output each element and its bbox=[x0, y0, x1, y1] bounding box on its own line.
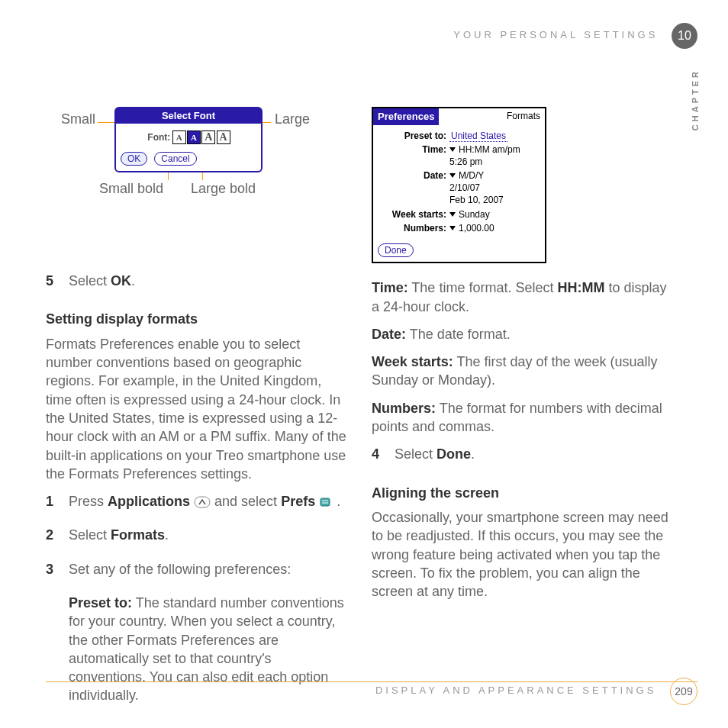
heading-aligning-screen: Aligning the screen bbox=[372, 484, 675, 502]
dropdown-icon[interactable] bbox=[449, 173, 456, 178]
step-3: 3 Set any of the following preferences: bbox=[46, 560, 349, 588]
applications-icon bbox=[194, 496, 211, 508]
font-option-large-bold[interactable]: A bbox=[217, 130, 230, 144]
dialog-tab[interactable]: Preferences bbox=[373, 108, 439, 125]
cancel-button[interactable]: Cancel bbox=[154, 152, 196, 166]
callout-large: Large bbox=[275, 110, 310, 128]
step-4: 4 Select Done. bbox=[372, 445, 675, 472]
preset-selector[interactable]: United States bbox=[449, 130, 507, 142]
step-5: 5 Select OK. bbox=[46, 272, 349, 299]
step-1: 1 Press Applications and select Prefs . bbox=[46, 492, 349, 520]
callout-small: Small bbox=[61, 110, 95, 128]
paragraph: Occasionally, your smartphone screen may… bbox=[372, 508, 675, 601]
page-header: YOUR PERSONAL SETTINGS 10 bbox=[0, 23, 697, 49]
prefs-icon bbox=[319, 497, 333, 507]
callout-large-bold: Large bold bbox=[191, 179, 256, 198]
chapter-side-label: CHAPTER bbox=[690, 69, 701, 130]
date-description: Date: The date format. bbox=[372, 325, 675, 343]
dropdown-icon[interactable] bbox=[449, 226, 456, 230]
week-description: Week starts: The first day of the week (… bbox=[372, 353, 675, 390]
numbers-description: Numbers: The format for numbers with dec… bbox=[372, 399, 675, 436]
select-font-dialog: Select Font Font: A A A A OK Cancel bbox=[114, 107, 263, 172]
svg-rect-0 bbox=[195, 497, 210, 507]
date-value[interactable]: M/D/Y bbox=[459, 170, 484, 181]
font-diagram: Small Large Small bold Large bold Select… bbox=[69, 107, 349, 256]
font-option-small-bold[interactable]: A bbox=[187, 130, 201, 144]
time-description: Time: The time format. Select HH:MM to d… bbox=[372, 279, 675, 316]
callout-small-bold: Small bold bbox=[99, 179, 163, 198]
page-number: 209 bbox=[670, 678, 697, 705]
step-number: 1 bbox=[46, 492, 61, 520]
font-option-small[interactable]: A bbox=[172, 130, 186, 144]
right-column: Preferences Formats Preset to: United St… bbox=[372, 107, 675, 667]
step-number: 3 bbox=[46, 560, 61, 588]
step-2: 2 Select Formats. bbox=[46, 526, 349, 553]
dialog-category: Formats bbox=[439, 108, 545, 125]
dialog-title: Select Font bbox=[116, 108, 261, 124]
done-button[interactable]: Done bbox=[378, 243, 414, 257]
dropdown-icon[interactable] bbox=[449, 212, 456, 217]
time-value[interactable]: HH:MM am/pm bbox=[459, 144, 520, 155]
step-number: 5 bbox=[46, 272, 61, 299]
paragraph: Formats Preferences enable you to select… bbox=[46, 335, 349, 483]
week-value[interactable]: Sunday bbox=[459, 209, 490, 220]
font-label: Font: bbox=[147, 132, 170, 143]
font-option-large[interactable]: A bbox=[201, 130, 215, 144]
svg-rect-1 bbox=[321, 498, 330, 506]
preferences-dialog: Preferences Formats Preset to: United St… bbox=[372, 107, 546, 263]
ok-button[interactable]: OK bbox=[121, 152, 147, 166]
step-number: 2 bbox=[46, 526, 61, 553]
heading-setting-display-formats: Setting display formats bbox=[46, 310, 349, 328]
footer-title: DISPLAY AND APPEARANCE SETTINGS bbox=[375, 685, 656, 696]
dropdown-icon[interactable] bbox=[449, 147, 456, 152]
step-number: 4 bbox=[372, 445, 387, 472]
numbers-value[interactable]: 1,000.00 bbox=[459, 223, 494, 234]
header-title: YOUR PERSONAL SETTINGS bbox=[453, 29, 658, 40]
left-column: Small Large Small bold Large bold Select… bbox=[46, 107, 349, 667]
chapter-badge: 10 bbox=[672, 23, 697, 49]
page-footer: DISPLAY AND APPEARANCE SETTINGS 209 bbox=[0, 678, 697, 705]
